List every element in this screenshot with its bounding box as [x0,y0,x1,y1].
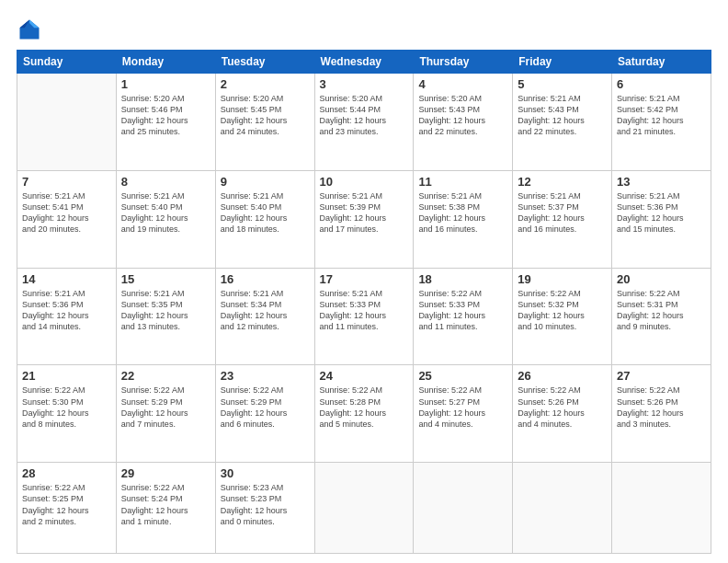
calendar-cell: 5Sunrise: 5:21 AM Sunset: 5:43 PM Daylig… [513,74,612,171]
day-info: Sunrise: 5:22 AM Sunset: 5:24 PM Dayligh… [121,482,210,527]
day-number: 10 [320,175,409,189]
day-info: Sunrise: 5:22 AM Sunset: 5:29 PM Dayligh… [121,385,210,430]
day-number: 3 [320,77,409,91]
page: SundayMondayTuesdayWednesdayThursdayFrid… [0,0,728,563]
day-number: 8 [121,175,210,189]
calendar-cell: 18Sunrise: 5:22 AM Sunset: 5:33 PM Dayli… [414,268,513,365]
day-number: 4 [418,77,507,91]
day-info: Sunrise: 5:21 AM Sunset: 5:37 PM Dayligh… [518,190,607,236]
calendar-table: SundayMondayTuesdayWednesdayThursdayFrid… [17,50,711,554]
day-number: 22 [121,369,210,383]
day-info: Sunrise: 5:21 AM Sunset: 5:40 PM Dayligh… [221,190,310,236]
calendar-cell: 27Sunrise: 5:22 AM Sunset: 5:26 PM Dayli… [612,365,711,463]
calendar-cell: 10Sunrise: 5:21 AM Sunset: 5:39 PM Dayli… [314,170,414,268]
calendar-header-monday: Monday [116,51,215,74]
day-info: Sunrise: 5:20 AM Sunset: 5:45 PM Dayligh… [221,93,310,138]
day-info: Sunrise: 5:21 AM Sunset: 5:41 PM Dayligh… [22,190,111,236]
day-info: Sunrise: 5:21 AM Sunset: 5:38 PM Dayligh… [418,190,507,236]
calendar-cell: 1Sunrise: 5:20 AM Sunset: 5:46 PM Daylig… [116,74,215,171]
logo [17,17,46,42]
calendar-cell: 23Sunrise: 5:22 AM Sunset: 5:29 PM Dayli… [215,365,314,463]
day-number: 6 [617,77,706,91]
day-info: Sunrise: 5:22 AM Sunset: 5:26 PM Dayligh… [518,385,607,430]
day-info: Sunrise: 5:22 AM Sunset: 5:33 PM Dayligh… [418,288,507,333]
day-number: 2 [221,77,310,91]
calendar-cell: 12Sunrise: 5:21 AM Sunset: 5:37 PM Dayli… [513,170,612,268]
day-number: 14 [22,272,111,286]
calendar-cell: 7Sunrise: 5:21 AM Sunset: 5:41 PM Daylig… [17,170,117,268]
day-number: 16 [221,272,310,286]
day-info: Sunrise: 5:21 AM Sunset: 5:40 PM Dayligh… [121,190,210,236]
day-info: Sunrise: 5:21 AM Sunset: 5:42 PM Dayligh… [617,93,706,138]
day-info: Sunrise: 5:20 AM Sunset: 5:43 PM Dayligh… [418,93,507,138]
day-info: Sunrise: 5:21 AM Sunset: 5:36 PM Dayligh… [22,288,111,333]
day-number: 13 [617,175,706,189]
day-number: 25 [418,369,507,383]
day-number: 21 [22,369,111,383]
calendar-cell: 29Sunrise: 5:22 AM Sunset: 5:24 PM Dayli… [116,463,215,554]
calendar-week-2: 7Sunrise: 5:21 AM Sunset: 5:41 PM Daylig… [17,170,711,268]
day-number: 20 [617,272,706,286]
calendar-week-4: 21Sunrise: 5:22 AM Sunset: 5:30 PM Dayli… [17,365,711,463]
calendar-week-3: 14Sunrise: 5:21 AM Sunset: 5:36 PM Dayli… [17,268,711,365]
day-number: 11 [418,175,507,189]
calendar-cell: 26Sunrise: 5:22 AM Sunset: 5:26 PM Dayli… [513,365,612,463]
calendar-cell: 20Sunrise: 5:22 AM Sunset: 5:31 PM Dayli… [612,268,711,365]
day-info: Sunrise: 5:22 AM Sunset: 5:32 PM Dayligh… [518,288,607,333]
calendar-cell [314,463,414,554]
calendar-cell [513,463,612,554]
calendar-cell [612,463,711,554]
day-number: 29 [121,466,210,480]
day-number: 26 [518,369,607,383]
calendar-cell: 19Sunrise: 5:22 AM Sunset: 5:32 PM Dayli… [513,268,612,365]
day-number: 15 [121,272,210,286]
calendar-cell [414,463,513,554]
day-number: 28 [22,466,111,480]
calendar-cell: 9Sunrise: 5:21 AM Sunset: 5:40 PM Daylig… [215,170,314,268]
day-info: Sunrise: 5:20 AM Sunset: 5:44 PM Dayligh… [320,93,409,138]
day-info: Sunrise: 5:21 AM Sunset: 5:36 PM Dayligh… [617,190,706,236]
calendar-cell: 2Sunrise: 5:20 AM Sunset: 5:45 PM Daylig… [215,74,314,171]
calendar-header-row: SundayMondayTuesdayWednesdayThursdayFrid… [17,51,711,74]
calendar-header-sunday: Sunday [17,51,117,74]
calendar-cell: 17Sunrise: 5:21 AM Sunset: 5:33 PM Dayli… [314,268,414,365]
header [17,17,711,42]
calendar-cell: 24Sunrise: 5:22 AM Sunset: 5:28 PM Dayli… [314,365,414,463]
calendar-week-5: 28Sunrise: 5:22 AM Sunset: 5:25 PM Dayli… [17,463,711,554]
day-number: 19 [518,272,607,286]
day-number: 1 [121,77,210,91]
calendar-cell: 6Sunrise: 5:21 AM Sunset: 5:42 PM Daylig… [612,74,711,171]
day-info: Sunrise: 5:22 AM Sunset: 5:31 PM Dayligh… [617,288,706,333]
day-info: Sunrise: 5:21 AM Sunset: 5:43 PM Dayligh… [518,93,607,138]
day-info: Sunrise: 5:21 AM Sunset: 5:39 PM Dayligh… [320,190,409,236]
calendar-header-friday: Friday [513,51,612,74]
logo-icon [17,17,42,42]
calendar-cell: 30Sunrise: 5:23 AM Sunset: 5:23 PM Dayli… [215,463,314,554]
day-number: 17 [320,272,409,286]
day-number: 7 [22,175,111,189]
day-info: Sunrise: 5:21 AM Sunset: 5:34 PM Dayligh… [221,288,310,333]
calendar-cell: 28Sunrise: 5:22 AM Sunset: 5:25 PM Dayli… [17,463,117,554]
day-info: Sunrise: 5:22 AM Sunset: 5:30 PM Dayligh… [22,385,111,430]
calendar-cell: 11Sunrise: 5:21 AM Sunset: 5:38 PM Dayli… [414,170,513,268]
calendar-cell: 15Sunrise: 5:21 AM Sunset: 5:35 PM Dayli… [116,268,215,365]
calendar-cell: 13Sunrise: 5:21 AM Sunset: 5:36 PM Dayli… [612,170,711,268]
calendar-header-thursday: Thursday [414,51,513,74]
calendar-cell [17,74,117,171]
day-info: Sunrise: 5:22 AM Sunset: 5:28 PM Dayligh… [320,385,409,430]
day-info: Sunrise: 5:22 AM Sunset: 5:29 PM Dayligh… [221,385,310,430]
day-number: 27 [617,369,706,383]
calendar-cell: 21Sunrise: 5:22 AM Sunset: 5:30 PM Dayli… [17,365,117,463]
day-info: Sunrise: 5:21 AM Sunset: 5:33 PM Dayligh… [320,288,409,333]
calendar-week-1: 1Sunrise: 5:20 AM Sunset: 5:46 PM Daylig… [17,74,711,171]
calendar-header-wednesday: Wednesday [314,51,414,74]
calendar-cell: 25Sunrise: 5:22 AM Sunset: 5:27 PM Dayli… [414,365,513,463]
day-info: Sunrise: 5:22 AM Sunset: 5:27 PM Dayligh… [418,385,507,430]
calendar-header-tuesday: Tuesday [215,51,314,74]
day-info: Sunrise: 5:22 AM Sunset: 5:25 PM Dayligh… [22,482,111,527]
day-number: 23 [221,369,310,383]
calendar-cell: 4Sunrise: 5:20 AM Sunset: 5:43 PM Daylig… [414,74,513,171]
day-number: 18 [418,272,507,286]
day-number: 12 [518,175,607,189]
calendar-cell: 3Sunrise: 5:20 AM Sunset: 5:44 PM Daylig… [314,74,414,171]
